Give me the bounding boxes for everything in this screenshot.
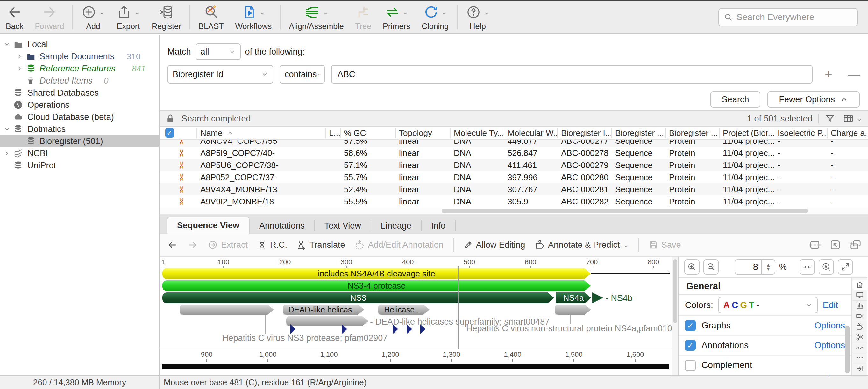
zoom-in-button[interactable] [684,259,700,275]
tab-sequence-view[interactable]: Sequence View [167,217,250,234]
columns-icon[interactable] [842,113,854,124]
column-header-gc[interactable]: % GC [341,128,396,138]
search-button[interactable]: Search [710,91,761,108]
colors-edit-link[interactable]: Edit [823,300,838,310]
general-panel-tab[interactable] [852,280,867,290]
add-dropdown-chevron[interactable]: ⌄ [99,9,105,16]
query-input[interactable] [331,65,813,84]
history-forward-icon[interactable] [187,240,198,250]
remove-criterion-button[interactable]: — [844,67,864,82]
sidebar-item-shared-databases[interactable]: Shared Databases [0,87,159,99]
export-button[interactable]: ⌄ Export [111,1,146,33]
restriction-sites-panel-tab[interactable] [852,332,867,342]
search-everywhere-input[interactable] [737,12,852,22]
filter-funnel-icon[interactable] [825,113,836,124]
zoom-percent-value[interactable]: 8 [735,262,761,272]
graphs-options-link[interactable]: Options [814,321,845,331]
annotation-ns4b-arrow[interactable] [592,293,603,303]
reverse-complement-button[interactable]: R.C. [257,240,287,250]
field-select[interactable]: Bioregister Id [167,65,273,84]
sidebar-item-operations[interactable]: Operations [0,99,159,111]
table-horizontal-scrollbar[interactable] [160,207,868,215]
sequence-vertical-scrollbar[interactable] [672,257,678,376]
expand-chevron-icon[interactable] [16,53,24,60]
tab-lineage[interactable]: Lineage [371,218,421,234]
columns-dropdown-chevron[interactable]: ⌄ [857,115,862,122]
expand-chevron-icon[interactable] [16,65,24,72]
annotation-ns3-4-protease[interactable]: NS3-4 protease [162,280,591,291]
split-view-icon[interactable] [849,239,862,251]
annotation-gray-domain[interactable] [180,305,274,315]
annotations-checkbox[interactable]: ✓ [685,340,696,351]
annotation-helicase[interactable]: Helicase ... [378,305,430,315]
annotation-ns4a-domain[interactable] [555,305,591,315]
sidebar-item-cloud-database[interactable]: Cloud Database (beta) [0,111,159,123]
statistics-panel-tab[interactable] [852,301,867,311]
table-row[interactable]: A9V4X4_MONBE/13- 52.4% linear DNA 307.76… [160,183,868,195]
expand-chevron-icon[interactable] [3,150,11,157]
add-criterion-button[interactable]: + [819,67,838,82]
tree-button[interactable]: Tree [350,1,377,33]
add-edit-annotation-button[interactable]: Add/Edit Annotation [355,240,443,250]
cloning-button[interactable]: ⌄ Cloning [416,1,454,33]
blast-button[interactable]: BLAST [193,1,229,33]
column-header-molecular-weight[interactable]: Molecular W... [504,128,558,138]
column-header-name[interactable]: Name [197,128,326,138]
forward-button[interactable]: Forward [29,1,70,33]
colors-select[interactable]: A C G T - [718,297,818,313]
table-row[interactable]: A9V9I2_MONBE/18- 55.5% linear DNA 305.9 … [160,195,868,207]
table-row[interactable]: A8P052_COPC7/37- 55.7% linear DNA 397.99… [160,171,868,183]
type-column-header[interactable] [174,128,197,138]
display-panel-tab[interactable] [852,290,867,301]
tab-info[interactable]: Info [422,218,455,234]
table-row[interactable]: A8P5I9_COPC7/40- 58.6% linear DNA 526.84… [160,147,868,159]
sidebar-item-uniprot[interactable]: UniProt [0,160,159,171]
column-header-length[interactable]: L... [326,128,341,138]
annotation-yellow-cleavage[interactable]: includes NS4A/4B cleavage site [162,268,591,279]
tab-annotations[interactable]: Annotations [250,218,314,234]
zoom-out-button[interactable] [703,259,719,275]
scrollbar-thumb[interactable] [442,209,808,213]
complement-checkbox[interactable] [685,360,696,371]
sidebar-item-local[interactable]: Local [0,38,159,50]
collapse-chevron-icon[interactable] [3,40,11,48]
operator-select[interactable]: contains [280,65,325,84]
search-everywhere-box[interactable] [718,8,858,26]
full-zoom-button[interactable] [838,259,853,275]
annotation-dead-like-helicase[interactable]: DEAD-like helicas... [283,305,364,315]
more-panels-button[interactable] [852,353,867,363]
annotation-ns3[interactable]: NS3 [162,293,554,303]
zoom-percent-stepper[interactable]: 8 ▲▼ [735,259,775,275]
sidebar-item-reference-features[interactable]: Reference Features 841 [0,62,159,75]
select-all-checkbox[interactable]: ✓ [160,128,174,138]
scrollbar-thumb[interactable] [673,259,677,323]
column-header-charge[interactable]: Charge a... [828,128,868,138]
fewer-options-button[interactable]: Fewer Options [767,91,860,108]
sidebar-item-bioregister-selected[interactable]: Bioregister (501) [0,135,159,147]
workflows-dropdown-chevron[interactable]: ⌄ [259,9,265,16]
sidebar-item-sample-documents[interactable]: Sample Documents 310 [0,50,159,62]
allow-editing-button[interactable]: Allow Editing [463,240,525,250]
zoom-to-selection-button[interactable] [819,259,834,275]
collapse-panel-button[interactable] [852,363,867,374]
collapse-chevron-icon[interactable] [3,125,11,133]
back-button[interactable]: Back [0,1,29,33]
panel-scrollbar-thumb[interactable] [845,326,849,373]
table-row[interactable]: A8NCV4_COPC7/55 57.5% linear DNA 449.077… [160,140,868,147]
save-button[interactable]: Save [649,240,681,250]
graphs-checkbox[interactable]: ✓ [685,320,696,331]
translate-button[interactable]: Translate [297,240,345,250]
annotations-options-link[interactable]: Options [814,340,845,351]
cloning-dropdown-chevron[interactable]: ⌄ [441,9,447,16]
primers-panel-tab[interactable] [852,342,867,353]
table-row[interactable]: A8P5U6_COPC7/38- 57.1% linear DNA 411.46… [160,159,868,171]
popout-view-icon[interactable] [829,239,841,251]
column-header-bioregister-2[interactable]: Bioregister ... [612,128,666,138]
column-header-molecule-type[interactable]: Molecule Ty... [451,128,504,138]
column-header-project[interactable]: Project (Bior... [720,128,774,138]
history-back-icon[interactable] [167,240,178,250]
help-dropdown-chevron[interactable]: ⌄ [484,9,489,16]
fit-to-width-button[interactable] [800,259,815,275]
wrap-sequence-icon[interactable] [809,239,821,251]
export-dropdown-chevron[interactable]: ⌄ [134,9,140,16]
